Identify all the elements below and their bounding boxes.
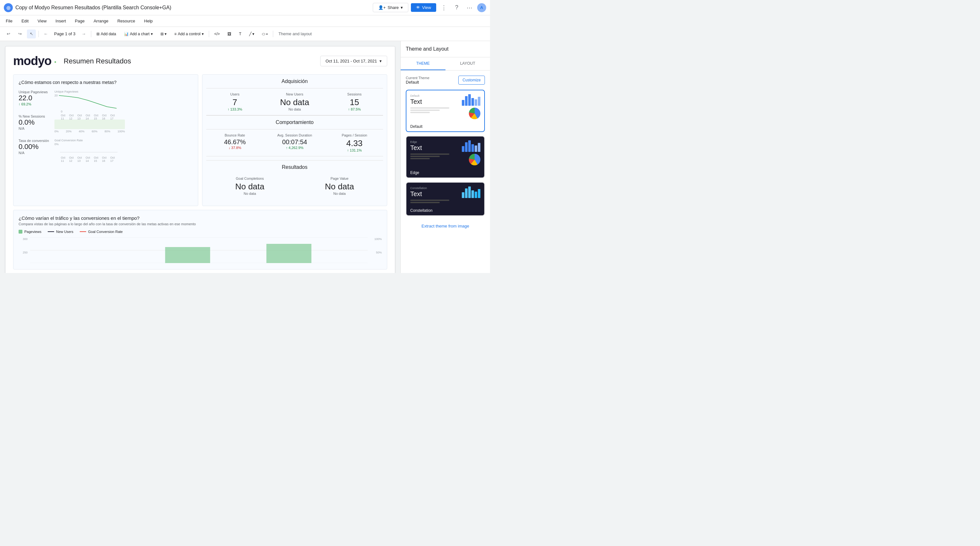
new-sessions-info: % New Sessions 0.0% N/A: [19, 114, 51, 131]
menu-help[interactable]: Help: [142, 17, 155, 25]
code-button[interactable]: </>: [212, 30, 222, 37]
pageviews-sparkline: [59, 94, 116, 110]
resultados-section: Resultados Goal Completions No data No d…: [206, 160, 383, 202]
unique-pageviews-chart: Unique Pageviews 20 0 Oct 11Oct 12Oct 13…: [54, 90, 193, 109]
conversion-rate-label: Tasa de conversión: [19, 139, 51, 142]
toolbar: ↩ ↪ ↖ ← Page 1 of 3 → ⊞ Add data 📊 Add a…: [0, 27, 490, 41]
add-data-icon: ⊞: [96, 32, 100, 36]
text-button[interactable]: T: [236, 30, 244, 37]
menubar: File Edit View Insert Page Arrange Resou…: [0, 15, 490, 27]
menu-file[interactable]: File: [4, 17, 14, 25]
menu-page[interactable]: Page: [73, 17, 86, 25]
theme-constellation-tag: Constellation: [410, 187, 459, 190]
theme-default-line2: [410, 110, 440, 111]
avatar[interactable]: A: [477, 3, 486, 12]
constellation-bar6: [478, 189, 480, 198]
add-data-button[interactable]: ⊞ Add data: [94, 30, 119, 37]
new-sessions-change: N/A: [19, 126, 51, 131]
theme-card-edge[interactable]: Edge Text: [406, 136, 485, 178]
comportamiento-grid: Bounce Rate 46.67% ↓ 37.8% Avg. Session …: [206, 129, 383, 156]
tab-theme[interactable]: THEME: [401, 57, 445, 70]
share-button[interactable]: 👤+ Share ▾: [373, 3, 408, 12]
menu-edit[interactable]: Edit: [19, 17, 30, 25]
metas-section: ¿Cómo estamos con respecto a nuestras me…: [13, 74, 198, 206]
menu-arrange[interactable]: Arrange: [92, 17, 110, 25]
app-logo: ◎: [4, 3, 13, 12]
chart-container: 300 250: [19, 238, 382, 264]
theme-edge-tag: Edge: [410, 140, 459, 144]
line-button[interactable]: ╱ ▾: [247, 30, 257, 37]
goal-completions-metric: Goal Completions No data No data: [206, 177, 293, 195]
pages-session-label: Pages / Session: [326, 133, 383, 137]
page-next-button[interactable]: →: [80, 29, 88, 38]
traffic-chart-svg: [30, 238, 368, 263]
new-sessions-value: 0.0%: [19, 118, 51, 126]
avg-session-metric: Avg. Session Duration 00:07:54 ↑ 4,262.9…: [266, 133, 323, 152]
theme-constellation-preview-text: Constellation Text: [410, 187, 459, 203]
tab-layout[interactable]: LAYOUT: [445, 57, 490, 70]
conversion-sparkline: [60, 142, 118, 155]
chevron-down-icon: ▾: [401, 5, 403, 10]
theme-card-edge-inner: Edge Text: [406, 136, 484, 169]
goal-completions-sub: No data: [206, 192, 293, 195]
help-button[interactable]: ?: [452, 3, 462, 13]
separator3: [209, 31, 209, 37]
svg-rect-5: [266, 244, 312, 263]
menu-view[interactable]: View: [35, 17, 48, 25]
theme-constellation-bars: [462, 187, 480, 198]
view-button[interactable]: 👁 View: [411, 3, 436, 12]
pageviews-legend-color: [19, 230, 22, 233]
add-chart-button[interactable]: 📊 Add a chart ▾: [121, 30, 155, 37]
share-icon: 👤+: [378, 5, 386, 10]
edge-bar4: [471, 144, 474, 152]
looker-icon: ◎: [6, 5, 10, 10]
constellation-bar4: [471, 190, 474, 198]
more-charts-button[interactable]: ⊞ ▾: [158, 30, 169, 37]
theme-edge-preview-text: Edge Text: [410, 140, 459, 165]
conversion-rate-chart: Goal Conversion Rate 0% Oct 11Oct 12Oct …: [54, 139, 193, 158]
extract-theme-button[interactable]: Extract theme from image: [406, 220, 485, 232]
theme-default-text: Text: [410, 98, 459, 105]
theme-card-default[interactable]: Default Text: [406, 90, 485, 132]
users-metric: Users 7 ↑ 133.3%: [206, 92, 264, 111]
pages-session-change: ↑ 131.1%: [326, 148, 383, 152]
apps-button[interactable]: ⋯: [465, 3, 475, 13]
shape-button[interactable]: ⬭ ▾: [259, 30, 270, 37]
modyo-logo: modyo ·: [13, 54, 57, 68]
theme-layout-label[interactable]: Theme and layout: [278, 31, 312, 36]
undo-button[interactable]: ↩: [4, 29, 13, 38]
theme-default-bars: [462, 94, 480, 106]
comportamiento-title: Comportamiento: [206, 120, 383, 125]
control-icon: ≡: [174, 32, 177, 36]
select-tool[interactable]: ↖: [27, 29, 36, 38]
date-range-selector[interactable]: Oct 11, 2021 - Oct 17, 2021 ▾: [320, 56, 387, 66]
menu-resource[interactable]: Resource: [115, 17, 137, 25]
theme-card-constellation[interactable]: Constellation Text: [406, 182, 485, 216]
y-axis-right: 100% 50%: [370, 238, 382, 264]
adquisicion-grid: Users 7 ↑ 133.3% New Users No data No da…: [206, 88, 383, 115]
goal-completions-label: Goal Completions: [206, 177, 293, 180]
redo-button[interactable]: ↪: [15, 29, 24, 38]
menu-insert[interactable]: Insert: [54, 17, 68, 25]
new-sessions-label: % New Sessions: [19, 114, 51, 118]
theme-edge-pie: [469, 154, 480, 165]
new-users-sub: No data: [266, 107, 323, 111]
legend-goal-conversion: Goal Conversion Rate: [80, 230, 123, 233]
chevron-down-icon4: ▾: [380, 59, 382, 64]
new-sessions-chart: 0%20%40%60%80%100%: [54, 114, 193, 134]
theme-constellation-text: Text: [410, 190, 459, 198]
page-prev-button[interactable]: ←: [41, 29, 50, 38]
report-canvas: modyo · Resumen Resultados Oct 11, 2021 …: [5, 46, 395, 273]
date-range-text: Oct 11, 2021 - Oct 17, 2021: [326, 59, 377, 64]
users-value: 7: [206, 97, 264, 107]
panel-header: Theme and Layout: [401, 41, 490, 57]
theme-constellation-line2: [410, 202, 440, 203]
add-control-button[interactable]: ≡ Add a control ▾: [172, 30, 206, 37]
more-options-button[interactable]: ⋮: [439, 3, 449, 13]
chevron-down-icon2: ▾: [151, 32, 153, 36]
image-button[interactable]: 🖼: [225, 30, 234, 37]
bounce-rate-change: ↓ 37.8%: [206, 146, 264, 150]
sessions-change: ↑ 87.5%: [326, 107, 383, 111]
pages-session-value: 4.33: [326, 139, 383, 148]
customize-button[interactable]: Customize: [458, 76, 485, 85]
